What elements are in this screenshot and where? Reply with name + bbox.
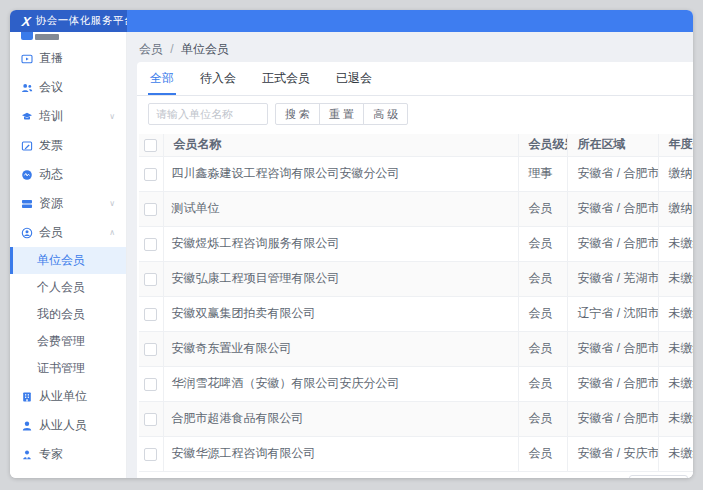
column-annual-fee: 年度会费: [658, 134, 693, 156]
member-region-cell: 安徽省 / 合肥市: [567, 156, 658, 191]
pagination-bar: 共 526 条 10条/页: [137, 475, 693, 479]
member-region-cell: 安徽省 / 合肥市 / 瑶海区: [567, 401, 658, 436]
tab-all[interactable]: 全部: [148, 62, 176, 95]
sidebar-item-invoice[interactable]: 发票: [10, 131, 126, 160]
member-name-cell: 安徽弘康工程项目管理有限公司: [163, 261, 518, 296]
member-level-cell: 会员: [518, 331, 567, 366]
member-region-cell: 辽宁省 / 沈阳市 / 大东区: [567, 296, 658, 331]
sidebar-item-unit-member[interactable]: 单位会员: [10, 247, 126, 274]
chevron-down-icon: ∨: [109, 112, 115, 121]
main-content: 会员 / 单位会员 全部 待入会 正式会员 已退会 搜 索 重 置: [127, 32, 693, 478]
member-region-cell: 安徽省 / 合肥市: [567, 366, 658, 401]
row-checkbox[interactable]: [144, 273, 157, 286]
member-name-cell: 安徽奇东置业有限公司: [163, 331, 518, 366]
sidebar-item-member[interactable]: 会员 ∧: [10, 218, 126, 247]
status-tabs: 全部 待入会 正式会员 已退会: [137, 62, 693, 96]
column-member-level: 会员级别: [518, 134, 567, 156]
page-size-select[interactable]: 10条/页: [629, 475, 688, 479]
member-name-cell: 安徽华源工程咨询有限公司: [163, 436, 518, 471]
sidebar-item-unit[interactable]: 从业单位: [10, 382, 126, 411]
table-row[interactable]: 合肥市超港食品有限公司 会员 安徽省 / 合肥市 / 瑶海区 未缴纳: [139, 401, 693, 436]
person-icon: [21, 420, 33, 432]
member-level-cell: 会员: [518, 226, 567, 261]
search-button[interactable]: 搜 索: [275, 103, 320, 125]
top-header: X 协会一体化服务平台: [10, 10, 693, 32]
sidebar-item-personnel[interactable]: 从业人员: [10, 411, 126, 440]
member-fee-cell: 未缴纳: [658, 366, 693, 401]
tab-formal[interactable]: 正式会员: [260, 62, 312, 95]
sidebar-item-news[interactable]: 动态: [10, 160, 126, 189]
select-all-checkbox[interactable]: [144, 139, 157, 152]
member-region-cell: 安徽省 / 安庆市 / 大观区: [567, 436, 658, 471]
table-row[interactable]: 安徽双赢集团拍卖有限公司 会员 辽宁省 / 沈阳市 / 大东区 未缴纳: [139, 296, 693, 331]
search-input[interactable]: [148, 103, 268, 125]
member-icon: [21, 227, 33, 239]
member-region-cell: 安徽省 / 合肥市: [567, 331, 658, 366]
sidebar-item-my-member[interactable]: 我的会员: [10, 301, 126, 328]
member-level-cell: 会员: [518, 261, 567, 296]
member-level-cell: 理事: [518, 156, 567, 191]
table-row[interactable]: 安徽华源工程咨询有限公司 会员 安徽省 / 安庆市 / 大观区 未缴纳: [139, 436, 693, 471]
row-checkbox[interactable]: [144, 168, 157, 181]
tab-withdrawn[interactable]: 已退会: [334, 62, 374, 95]
member-level-cell: 会员: [518, 191, 567, 226]
live-icon: [21, 53, 33, 65]
row-checkbox[interactable]: [144, 308, 157, 321]
sidebar-item-training[interactable]: 培训 ∨: [10, 102, 126, 131]
logo-area[interactable]: X 协会一体化服务平台: [10, 10, 127, 32]
building-icon: [21, 391, 33, 403]
resource-icon: [21, 198, 33, 210]
news-icon: [21, 169, 33, 181]
member-fee-cell: 未缴纳: [658, 226, 693, 261]
member-name-cell: 华润雪花啤酒（安徽）有限公司安庆分公司: [163, 366, 518, 401]
app-title: 协会一体化服务平台: [36, 14, 135, 28]
table-row[interactable]: 测试单位 会员 安徽省 / 合肥市 缴纳: [139, 191, 693, 226]
tab-pending[interactable]: 待入会: [198, 62, 238, 95]
sidebar-item-meeting[interactable]: 会议: [10, 73, 126, 102]
table-row[interactable]: 安徽奇东置业有限公司 会员 安徽省 / 合肥市 未缴纳: [139, 331, 693, 366]
content-card: 全部 待入会 正式会员 已退会 搜 索 重 置 高 级: [137, 62, 693, 478]
member-fee-cell: 未缴纳: [658, 436, 693, 471]
column-member-name: 会员名称: [163, 134, 518, 156]
row-checkbox[interactable]: [144, 448, 157, 461]
sidebar-item-live[interactable]: 直播: [10, 44, 126, 73]
member-fee-cell: 未缴纳: [658, 331, 693, 366]
sidebar-item-cert-management[interactable]: 证书管理: [10, 355, 126, 382]
row-checkbox[interactable]: [144, 378, 157, 391]
sidebar-item-personal-member[interactable]: 个人会员: [10, 274, 126, 301]
partial-menu-item: [10, 32, 126, 44]
row-checkbox[interactable]: [144, 343, 157, 356]
table-row[interactable]: 华润雪花啤酒（安徽）有限公司安庆分公司 会员 安徽省 / 合肥市 未缴纳: [139, 366, 693, 401]
member-fee-cell: 未缴纳: [658, 296, 693, 331]
partial-menu-icon: [21, 32, 33, 40]
sidebar-item-expert[interactable]: 专家: [10, 440, 126, 469]
search-button-group: 搜 索 重 置 高 级: [275, 103, 408, 125]
column-region: 所在区域: [567, 134, 658, 156]
table-row[interactable]: 四川鑫淼建设工程咨询有限公司安徽分公司 理事 安徽省 / 合肥市 缴纳: [139, 156, 693, 191]
member-fee-cell: 缴纳: [658, 156, 693, 191]
member-region-cell: 安徽省 / 芜湖市 / 弋江区: [567, 261, 658, 296]
member-level-cell: 会员: [518, 296, 567, 331]
sidebar-item-resource[interactable]: 资源 ∨: [10, 189, 126, 218]
table-row[interactable]: 安徽煜烁工程咨询服务有限公司 会员 安徽省 / 合肥市 未缴纳: [139, 226, 693, 261]
member-region-cell: 安徽省 / 合肥市: [567, 191, 658, 226]
members-table: 会员名称 会员级别 所在区域 年度会费 四川鑫淼建设工程咨: [139, 134, 693, 472]
member-name-cell: 安徽煜烁工程咨询服务有限公司: [163, 226, 518, 261]
sidebar: 直播 会议 培训 ∨ 发票 动态 资源 ∨: [10, 32, 127, 478]
reset-button[interactable]: 重 置: [319, 103, 364, 125]
row-checkbox[interactable]: [144, 238, 157, 251]
row-checkbox[interactable]: [144, 413, 157, 426]
breadcrumb-parent[interactable]: 会员: [139, 42, 163, 56]
breadcrumb-current: 单位会员: [181, 42, 229, 56]
member-fee-cell: 缴纳: [658, 191, 693, 226]
advanced-button[interactable]: 高 级: [363, 103, 408, 125]
member-name-cell: 合肥市超港食品有限公司: [163, 401, 518, 436]
expert-icon: [21, 449, 33, 461]
sidebar-item-fee-management[interactable]: 会费管理: [10, 328, 126, 355]
training-icon: [21, 111, 33, 123]
table-row[interactable]: 安徽弘康工程项目管理有限公司 会员 安徽省 / 芜湖市 / 弋江区 未缴纳: [139, 261, 693, 296]
breadcrumb: 会员 / 单位会员: [127, 32, 693, 62]
header-bar: [127, 10, 693, 32]
chevron-down-icon: ∨: [109, 199, 115, 208]
row-checkbox[interactable]: [144, 203, 157, 216]
